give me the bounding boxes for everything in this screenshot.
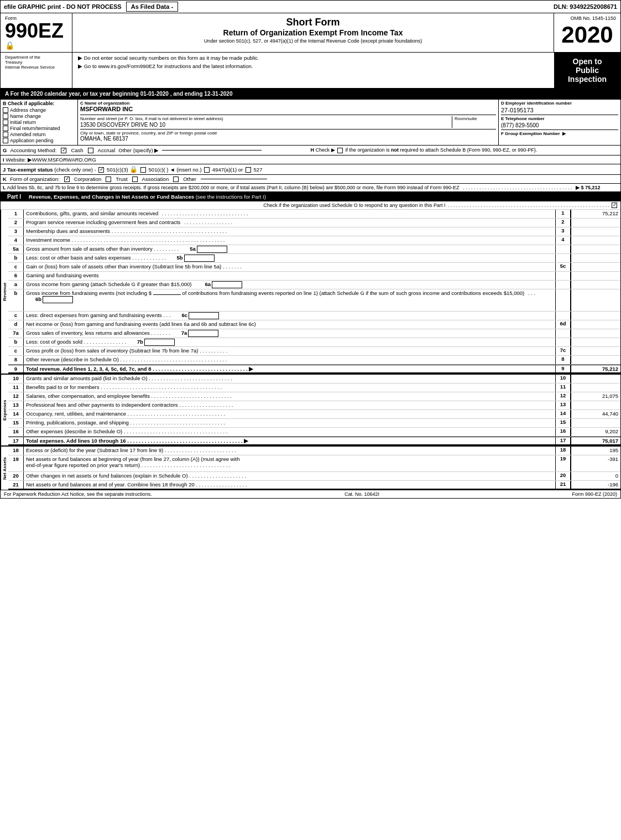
checkbox-final: Final return/terminated xyxy=(3,126,75,131)
input-5b[interactable] xyxy=(184,255,215,262)
checkbox-accrual[interactable] xyxy=(88,148,93,153)
checkbox-corporation[interactable] xyxy=(64,177,70,182)
checkbox-cash[interactable] xyxy=(61,148,66,153)
row-desc-5c: Gain or (loss) from sale of assets other… xyxy=(24,263,555,271)
row-num-2: 2 xyxy=(8,219,24,227)
city-row: City or town, state or province, country… xyxy=(80,129,496,142)
checkbox-4947[interactable] xyxy=(204,167,210,173)
checkbox-h[interactable] xyxy=(337,148,343,153)
title-block: Short Form Return of Organization Exempt… xyxy=(72,13,554,52)
checkbox-501c3[interactable] xyxy=(98,167,104,173)
row-value-9: 75,212 xyxy=(571,365,620,372)
row-desc-4: Investment income . . . . . . . . . . . … xyxy=(24,236,555,245)
form-name-block: Form 990EZ 🔒 xyxy=(1,13,72,52)
row-value-7a xyxy=(571,329,620,338)
top-bar: efile GRAPHIC print - DO NOT PROCESS As … xyxy=(0,0,621,13)
revenue-row-4: 4 Investment income . . . . . . . . . . … xyxy=(8,236,620,245)
row-desc-6: Gaming and fundraising events xyxy=(24,272,555,280)
row-value-16: 9,202 xyxy=(571,428,620,436)
line-num-16: 16 xyxy=(555,428,571,436)
form-number: 990EZ xyxy=(5,21,64,41)
net-row-18: 18 Excess or (deficit) for the year (Sub… xyxy=(8,447,620,455)
checkbox-trust[interactable] xyxy=(106,177,111,182)
form-ref: Form 990-EZ (2020) xyxy=(572,491,617,497)
revenue-row-7c: c Gross profit or (loss) from sales of i… xyxy=(8,347,620,356)
section-a-text: For the 2020 calendar year, or tax year … xyxy=(11,91,233,97)
revenue-row-6c: c Less: direct expenses from gaming and … xyxy=(8,312,620,320)
net-row-19: 19 Net assets or fund balances at beginn… xyxy=(8,455,620,472)
other-specify-line xyxy=(162,150,262,151)
input-7a[interactable] xyxy=(188,330,218,337)
dept-line2: Treasury xyxy=(5,60,67,65)
label-j: J xyxy=(3,167,6,173)
main-container: Form 990EZ 🔒 Short Form Return of Organi… xyxy=(0,13,621,499)
part1-header: Part I Revenue, Expenses, and Changes in… xyxy=(1,192,620,201)
line-num-12: 12 xyxy=(555,392,571,401)
revenue-row-8: 8 Other revenue (describe in Schedule O)… xyxy=(8,356,620,365)
row-bc-section: B Check if applicable: Address change Na… xyxy=(1,100,620,146)
net-row-20: 20 Other changes in net assets or fund b… xyxy=(8,472,620,481)
label-i: I xyxy=(3,157,4,163)
as-filed-label: As Filed Data - xyxy=(126,2,178,12)
checkbox-association[interactable] xyxy=(132,177,138,182)
row-g-h: G Accounting Method: Cash Accrual Other … xyxy=(1,146,620,155)
expense-row-16: 16 Other expenses (describe in Schedule … xyxy=(8,428,620,437)
checkbox-address-box[interactable] xyxy=(3,107,8,113)
net-row-21: 21 Net assets or fund balances at end of… xyxy=(8,481,620,490)
checkbox-application-box[interactable] xyxy=(3,138,8,143)
input-6b[interactable] xyxy=(43,296,73,303)
row-value-3 xyxy=(571,227,620,236)
revenue-row-9: 9 Total revenue. Add lines 1, 2, 3, 4, 5… xyxy=(8,365,620,374)
schedule-o-checkbox[interactable] xyxy=(612,203,617,208)
line-num-2: 2 xyxy=(555,219,571,227)
row-desc-6b: Gross income from fundraising events (no… xyxy=(24,289,555,311)
row-desc-8: Other revenue (describe in Schedule O) .… xyxy=(24,356,555,364)
row-value-6c xyxy=(571,312,620,320)
input-6c[interactable] xyxy=(189,312,219,319)
expenses-section: Expenses 10 Grants and similar amounts p… xyxy=(1,375,620,445)
checkbox-final-box[interactable] xyxy=(3,126,8,131)
checkbox-other[interactable] xyxy=(173,177,179,182)
revenue-row-3: 3 Membership dues and assessments . . . … xyxy=(8,227,620,236)
row-l: L Add lines 5b, 6c, and 7b to line 9 to … xyxy=(1,184,620,192)
row-value-19: -391 xyxy=(571,455,620,471)
instructions-content: ▶ Do not enter social security numbers o… xyxy=(72,53,554,88)
checkbox-amended-box[interactable] xyxy=(3,132,8,137)
label-e: E Telephone number xyxy=(501,115,618,121)
line-num-14: 14 xyxy=(555,410,571,418)
part1-title: Revenue, Expenses, and Changes in Net As… xyxy=(29,194,617,200)
revenue-rows: 1 Contributions, gifts, grants, and simi… xyxy=(8,210,620,374)
checkbox-name-box[interactable] xyxy=(3,113,8,119)
row-num-6: 6 xyxy=(8,272,24,280)
row-num-12: 12 xyxy=(8,392,24,401)
input-6a[interactable] xyxy=(212,281,242,288)
line-num-7a xyxy=(555,329,571,338)
input-5a[interactable] xyxy=(197,246,227,253)
line-num-18: 18 xyxy=(555,447,571,455)
row-num-3: 3 xyxy=(8,227,24,236)
checkbox-501c[interactable] xyxy=(140,167,146,173)
line-num-7c: 7c xyxy=(555,347,571,355)
dept-line1: Department of the xyxy=(5,55,67,60)
dept-line3: Internal Revenue Service xyxy=(5,65,67,70)
label-h: H xyxy=(311,147,315,153)
label-c: C Name of organization xyxy=(80,101,496,106)
row-k: K Form of organization: Corporation Trus… xyxy=(1,175,620,184)
year-block: OMB No. 1545-1150 2020 xyxy=(554,13,620,52)
checkbox-initial-box[interactable] xyxy=(3,120,8,125)
checkbox-527[interactable] xyxy=(246,167,251,173)
year-number: 2020 xyxy=(561,23,613,46)
input-7b[interactable] xyxy=(144,339,175,346)
line-num-6a xyxy=(555,281,571,289)
row-value-5a xyxy=(571,245,620,253)
revenue-row-5b: b Less: cost or other basis and sales ex… xyxy=(8,254,620,263)
row-value-5c xyxy=(571,263,620,271)
dept-block: Department of the Treasury Internal Reve… xyxy=(1,53,72,88)
row-value-2 xyxy=(571,219,620,227)
line-num-7b xyxy=(555,338,571,346)
section-l-amount: ▶ $ 75,212 xyxy=(576,185,601,190)
row-desc-6c: Less: direct expenses from gaming and fu… xyxy=(24,312,555,320)
row-desc-19: Net assets or fund balances at beginning… xyxy=(24,455,555,471)
revenue-row-6a: a Gross income from gaming (attach Sched… xyxy=(8,281,620,289)
row-num-6a: a xyxy=(8,281,24,289)
